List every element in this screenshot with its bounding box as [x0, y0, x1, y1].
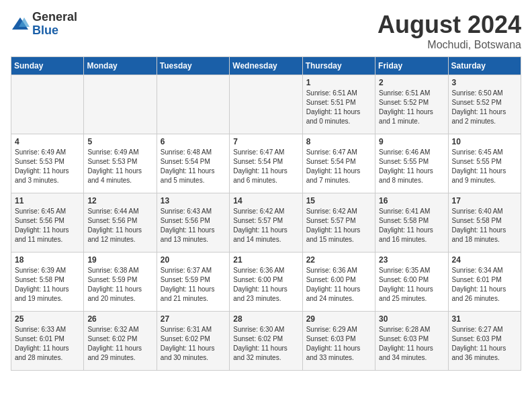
calendar-cell: [84, 75, 157, 134]
calendar-header-row: SundayMondayTuesdayWednesdayThursdayFrid…: [11, 57, 521, 75]
day-number: 27: [161, 314, 226, 324]
day-number: 25: [15, 314, 80, 324]
month-title: August 2024: [378, 11, 521, 39]
cell-info: Sunrise: 6:42 AM Sunset: 5:57 PM Dayligh…: [306, 207, 371, 244]
day-number: 8: [306, 137, 371, 146]
calendar-cell: 3Sunrise: 6:50 AM Sunset: 5:52 PM Daylig…: [448, 75, 521, 134]
cell-info: Sunrise: 6:51 AM Sunset: 5:51 PM Dayligh…: [306, 89, 371, 126]
calendar-cell: 8Sunrise: 6:47 AM Sunset: 5:54 PM Daylig…: [302, 134, 375, 193]
cell-info: Sunrise: 6:40 AM Sunset: 5:58 PM Dayligh…: [452, 207, 517, 244]
cell-info: Sunrise: 6:43 AM Sunset: 5:56 PM Dayligh…: [161, 207, 226, 244]
calendar-cell: 22Sunrise: 6:36 AM Sunset: 6:00 PM Dayli…: [302, 253, 375, 312]
calendar-cell: 4Sunrise: 6:49 AM Sunset: 5:53 PM Daylig…: [11, 134, 84, 193]
header-wednesday: Wednesday: [230, 57, 302, 75]
calendar-cell: 19Sunrise: 6:38 AM Sunset: 5:59 PM Dayli…: [84, 253, 157, 312]
day-number: 10: [452, 137, 517, 146]
day-number: 2: [379, 78, 444, 87]
calendar-cell: 29Sunrise: 6:29 AM Sunset: 6:03 PM Dayli…: [302, 312, 375, 371]
calendar-cell: [11, 75, 84, 134]
day-number: 20: [161, 255, 226, 265]
cell-info: Sunrise: 6:28 AM Sunset: 6:03 PM Dayligh…: [379, 325, 444, 363]
cell-info: Sunrise: 6:51 AM Sunset: 5:52 PM Dayligh…: [379, 89, 444, 126]
day-number: 31: [452, 314, 517, 324]
cell-info: Sunrise: 6:38 AM Sunset: 5:59 PM Dayligh…: [87, 266, 152, 304]
day-number: 15: [306, 196, 371, 205]
cell-info: Sunrise: 6:34 AM Sunset: 6:01 PM Dayligh…: [452, 266, 517, 304]
calendar-week-row: 25Sunrise: 6:33 AM Sunset: 6:01 PM Dayli…: [11, 312, 521, 371]
calendar-cell: 28Sunrise: 6:30 AM Sunset: 6:02 PM Dayli…: [230, 312, 302, 371]
cell-info: Sunrise: 6:50 AM Sunset: 5:52 PM Dayligh…: [452, 89, 517, 126]
header-sunday: Sunday: [11, 57, 84, 75]
calendar-cell: [230, 75, 302, 134]
cell-info: Sunrise: 6:33 AM Sunset: 6:01 PM Dayligh…: [15, 325, 80, 363]
day-number: 16: [379, 196, 444, 205]
cell-info: Sunrise: 6:48 AM Sunset: 5:54 PM Dayligh…: [161, 148, 226, 185]
header-friday: Friday: [375, 57, 448, 75]
day-number: 9: [379, 137, 444, 146]
cell-info: Sunrise: 6:37 AM Sunset: 5:59 PM Dayligh…: [161, 266, 226, 304]
calendar-cell: 21Sunrise: 6:36 AM Sunset: 6:00 PM Dayli…: [230, 253, 302, 312]
cell-info: Sunrise: 6:31 AM Sunset: 6:02 PM Dayligh…: [161, 325, 226, 363]
cell-info: Sunrise: 6:45 AM Sunset: 5:55 PM Dayligh…: [452, 148, 517, 185]
calendar-cell: 31Sunrise: 6:27 AM Sunset: 6:03 PM Dayli…: [448, 312, 521, 371]
calendar-cell: 16Sunrise: 6:41 AM Sunset: 5:58 PM Dayli…: [375, 193, 448, 253]
calendar-cell: 20Sunrise: 6:37 AM Sunset: 5:59 PM Dayli…: [157, 253, 229, 312]
calendar-cell: 18Sunrise: 6:39 AM Sunset: 5:58 PM Dayli…: [11, 253, 84, 312]
cell-info: Sunrise: 6:49 AM Sunset: 5:53 PM Dayligh…: [87, 148, 152, 185]
calendar-cell: 14Sunrise: 6:42 AM Sunset: 5:57 PM Dayli…: [230, 193, 302, 253]
cell-info: Sunrise: 6:32 AM Sunset: 6:02 PM Dayligh…: [87, 325, 152, 363]
day-number: 29: [306, 314, 371, 324]
header-monday: Monday: [84, 57, 157, 75]
day-number: 11: [15, 196, 80, 205]
calendar-week-row: 11Sunrise: 6:45 AM Sunset: 5:56 PM Dayli…: [11, 193, 521, 253]
calendar-cell: 17Sunrise: 6:40 AM Sunset: 5:58 PM Dayli…: [448, 193, 521, 253]
day-number: 7: [233, 137, 298, 146]
day-number: 30: [379, 314, 444, 324]
calendar-cell: 9Sunrise: 6:46 AM Sunset: 5:55 PM Daylig…: [375, 134, 448, 193]
logo-text: General Blue: [32, 11, 77, 38]
cell-info: Sunrise: 6:44 AM Sunset: 5:56 PM Dayligh…: [87, 207, 152, 244]
day-number: 13: [161, 196, 226, 205]
calendar-cell: 5Sunrise: 6:49 AM Sunset: 5:53 PM Daylig…: [84, 134, 157, 193]
calendar-cell: 7Sunrise: 6:47 AM Sunset: 5:54 PM Daylig…: [230, 134, 302, 193]
calendar-cell: 10Sunrise: 6:45 AM Sunset: 5:55 PM Dayli…: [448, 134, 521, 193]
logo: General Blue: [11, 11, 77, 38]
calendar-cell: 2Sunrise: 6:51 AM Sunset: 5:52 PM Daylig…: [375, 75, 448, 134]
calendar-cell: 6Sunrise: 6:48 AM Sunset: 5:54 PM Daylig…: [157, 134, 229, 193]
page-header: General Blue August 2024 Mochudi, Botswa…: [11, 11, 521, 51]
cell-info: Sunrise: 6:36 AM Sunset: 6:00 PM Dayligh…: [233, 266, 298, 304]
logo-icon: [11, 15, 30, 34]
cell-info: Sunrise: 6:27 AM Sunset: 6:03 PM Dayligh…: [452, 325, 517, 363]
calendar-cell: 12Sunrise: 6:44 AM Sunset: 5:56 PM Dayli…: [84, 193, 157, 253]
cell-info: Sunrise: 6:47 AM Sunset: 5:54 PM Dayligh…: [306, 148, 371, 185]
calendar-cell: 15Sunrise: 6:42 AM Sunset: 5:57 PM Dayli…: [302, 193, 375, 253]
cell-info: Sunrise: 6:36 AM Sunset: 6:00 PM Dayligh…: [306, 266, 371, 304]
day-number: 6: [161, 137, 226, 146]
cell-info: Sunrise: 6:41 AM Sunset: 5:58 PM Dayligh…: [379, 207, 444, 244]
cell-info: Sunrise: 6:35 AM Sunset: 6:00 PM Dayligh…: [379, 266, 444, 304]
location: Mochudi, Botswana: [378, 39, 521, 51]
calendar-cell: [157, 75, 229, 134]
calendar-cell: 26Sunrise: 6:32 AM Sunset: 6:02 PM Dayli…: [84, 312, 157, 371]
calendar-cell: 27Sunrise: 6:31 AM Sunset: 6:02 PM Dayli…: [157, 312, 229, 371]
header-tuesday: Tuesday: [157, 57, 229, 75]
cell-info: Sunrise: 6:49 AM Sunset: 5:53 PM Dayligh…: [15, 148, 80, 185]
cell-info: Sunrise: 6:42 AM Sunset: 5:57 PM Dayligh…: [233, 207, 298, 244]
cell-info: Sunrise: 6:45 AM Sunset: 5:56 PM Dayligh…: [15, 207, 80, 244]
calendar-week-row: 18Sunrise: 6:39 AM Sunset: 5:58 PM Dayli…: [11, 253, 521, 312]
day-number: 22: [306, 255, 371, 265]
calendar-cell: 11Sunrise: 6:45 AM Sunset: 5:56 PM Dayli…: [11, 193, 84, 253]
calendar-cell: 24Sunrise: 6:34 AM Sunset: 6:01 PM Dayli…: [448, 253, 521, 312]
calendar-week-row: 4Sunrise: 6:49 AM Sunset: 5:53 PM Daylig…: [11, 134, 521, 193]
calendar-cell: 25Sunrise: 6:33 AM Sunset: 6:01 PM Dayli…: [11, 312, 84, 371]
day-number: 14: [233, 196, 298, 205]
header-thursday: Thursday: [302, 57, 375, 75]
day-number: 23: [379, 255, 444, 265]
day-number: 3: [452, 78, 517, 87]
title-block: August 2024 Mochudi, Botswana: [378, 11, 521, 51]
day-number: 26: [87, 314, 152, 324]
day-number: 18: [15, 255, 80, 265]
day-number: 1: [306, 78, 371, 87]
calendar-cell: 13Sunrise: 6:43 AM Sunset: 5:56 PM Dayli…: [157, 193, 229, 253]
day-number: 5: [87, 137, 152, 146]
